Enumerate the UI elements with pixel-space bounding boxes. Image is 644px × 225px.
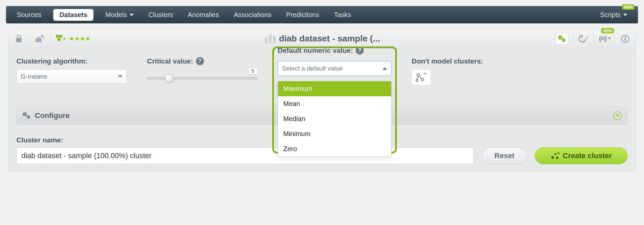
option-median[interactable]: Median [278, 111, 391, 126]
chevron-down-icon [118, 75, 123, 78]
nav-models-label: Models [105, 11, 127, 19]
cluster-name-input[interactable] [16, 147, 474, 164]
nav-clusters[interactable]: Clusters [146, 8, 175, 22]
slider-track [147, 77, 258, 80]
option-mean[interactable]: Mean [278, 96, 391, 111]
new-badge: NEW [622, 4, 635, 10]
refresh-bolt-button[interactable] [577, 33, 589, 45]
info-icon [621, 35, 629, 43]
svg-line-26 [417, 76, 418, 79]
lock-icon [15, 35, 22, 43]
svg-point-36 [556, 157, 559, 159]
svg-point-16 [563, 39, 564, 40]
nav-datasets[interactable]: Datasets [53, 9, 93, 21]
svg-rect-21 [625, 38, 626, 41]
svg-rect-3 [40, 38, 41, 42]
reset-button[interactable]: Reset [482, 147, 527, 164]
svg-rect-22 [625, 36, 626, 37]
default-numeric-label: Default numeric value: ? [278, 46, 364, 54]
nav-models[interactable]: Models [103, 8, 136, 22]
help-icon[interactable]: ? [196, 57, 204, 65]
default-numeric-label-text: Default numeric value: [278, 46, 353, 54]
gears-icon [22, 112, 31, 120]
configure-section-label: Configure [35, 111, 70, 120]
svg-line-27 [419, 76, 421, 79]
create-cluster-button[interactable]: Create cluster [535, 147, 628, 164]
cluster-icon [551, 152, 559, 159]
nav-associations[interactable]: Associations [231, 8, 274, 22]
nav-sources[interactable]: Sources [14, 8, 44, 22]
svg-point-33 [28, 116, 29, 117]
svg-point-35 [555, 153, 557, 155]
option-maximum[interactable]: Maximum [278, 81, 391, 96]
config-row: Clustering algorithm: G-means Critical v… [8, 48, 636, 89]
gears-icon [558, 35, 566, 43]
expand-icon [613, 111, 622, 120]
clustering-algorithm-value: G-means [21, 73, 47, 80]
chevron-down-icon [130, 14, 134, 16]
svg-rect-0 [16, 38, 21, 42]
clustering-algorithm-label: Clustering algorithm: [16, 57, 127, 65]
nav-predictions[interactable]: Predictions [283, 8, 322, 22]
critical-value-label: Critical value: ? [147, 57, 258, 65]
new-badge: NEW [601, 28, 614, 33]
svg-point-14 [560, 37, 561, 38]
page-container: 3 0 1 diab dataset - sample (... [8, 29, 636, 172]
chevron-down-icon [623, 14, 627, 16]
chevron-down-icon [608, 37, 611, 39]
svg-point-23 [417, 74, 420, 76]
create-cluster-label: Create cluster [563, 151, 612, 160]
info-button[interactable] [619, 33, 632, 45]
histogram-search-button[interactable] [33, 33, 46, 45]
svg-text:(≡): (≡) [599, 35, 607, 42]
cluster-name-label: Cluster name: [16, 136, 474, 144]
chevron-up-icon [382, 67, 387, 70]
svg-rect-1 [36, 39, 37, 42]
privacy-lock-button[interactable] [12, 33, 25, 45]
critical-value-label-text: Critical value: [147, 57, 193, 65]
dont-model-label: Don't model clusters: [412, 57, 483, 65]
histogram-search-icon [35, 35, 44, 43]
nav-scripts-label: Scripts [600, 11, 621, 19]
page-title: diab dataset - sample (... [279, 33, 380, 44]
top-nav: Sources Datasets Models Clusters Anomali… [6, 6, 638, 23]
sub-toolbar: 3 0 1 diab dataset - sample (... [8, 29, 636, 48]
default-numeric-dropdown: Maximum Mean Median Minimum Zero [278, 81, 391, 157]
svg-line-5 [43, 37, 44, 38]
critical-value-section: Critical value: ? 5 [147, 57, 258, 84]
dont-model-section: Don't model clusters: [412, 57, 483, 85]
page-title-wrap: diab dataset - sample (... [89, 33, 556, 44]
option-minimum[interactable]: Minimum [278, 126, 391, 141]
nav-scripts[interactable]: Scripts NEW [597, 8, 630, 22]
dataset-icon: 3 0 1 [56, 35, 66, 43]
default-numeric-select[interactable]: Select a default value [278, 61, 391, 76]
svg-point-31 [24, 114, 25, 115]
svg-point-24 [416, 79, 418, 81]
status-dots [70, 37, 89, 40]
script-menu-button[interactable]: (≡) NEW [598, 33, 611, 45]
bars-icon [265, 34, 276, 43]
slider-thumb[interactable] [165, 74, 174, 83]
critical-value-slider[interactable]: 5 [147, 69, 258, 84]
dataset-actions-button[interactable]: 3 0 1 [55, 33, 67, 45]
default-numeric-placeholder: Select a default value [282, 65, 343, 72]
svg-marker-12 [63, 38, 65, 40]
dont-model-toggle[interactable] [412, 69, 431, 85]
critical-value-readout: 5 [248, 67, 258, 75]
option-zero[interactable]: Zero [278, 141, 391, 156]
gears-button[interactable] [556, 33, 568, 45]
clustering-algorithm-select[interactable]: G-means [16, 69, 127, 84]
svg-point-34 [551, 156, 554, 159]
nav-anomalies[interactable]: Anomalies [185, 8, 222, 22]
svg-point-25 [421, 78, 423, 81]
svg-marker-18 [586, 37, 588, 38]
cluster-tree-icon [416, 72, 427, 82]
clustering-algorithm-section: Clustering algorithm: G-means [16, 57, 127, 84]
nav-tasks[interactable]: Tasks [331, 8, 354, 22]
svg-rect-2 [38, 37, 39, 42]
default-numeric-section: Default numeric value: ? Select a defaul… [278, 57, 391, 76]
help-icon[interactable]: ? [356, 46, 364, 54]
bolt-refresh-icon [578, 35, 588, 43]
